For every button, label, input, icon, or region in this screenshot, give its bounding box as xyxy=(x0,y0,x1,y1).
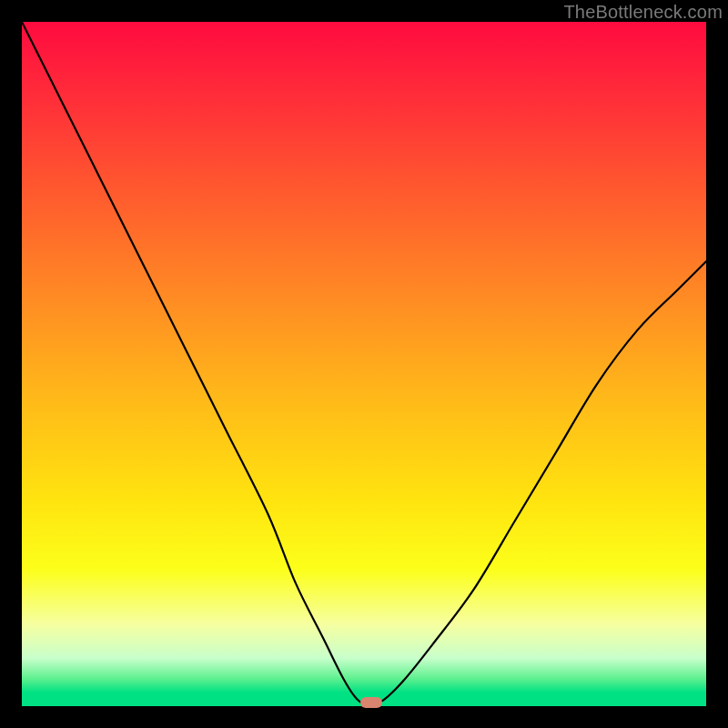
bottleneck-curve xyxy=(22,22,706,706)
plot-area xyxy=(22,22,706,706)
optimal-marker xyxy=(360,697,382,708)
chart-stage: TheBottleneck.com xyxy=(0,0,728,728)
watermark-text: TheBottleneck.com xyxy=(563,2,723,23)
curve-svg xyxy=(22,22,706,706)
